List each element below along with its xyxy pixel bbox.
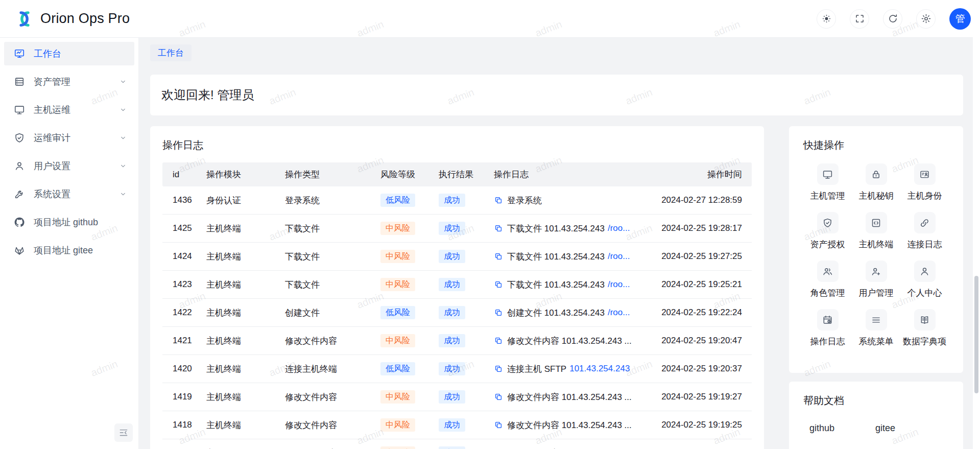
result-tag: 成功: [439, 194, 465, 207]
cell-type: 创建文件: [285, 307, 380, 319]
quick-action-label: 资产授权: [810, 239, 845, 250]
cell-id: 1425: [162, 223, 206, 233]
copy-icon[interactable]: [494, 196, 503, 205]
scrollbar-thumb[interactable]: [974, 276, 978, 393]
copy-icon[interactable]: [494, 252, 503, 261]
sidebar-item-label: 项目地址 gitee: [34, 244, 127, 256]
sidebar-collapse-button[interactable]: [114, 423, 133, 442]
fullscreen-icon: [854, 13, 865, 24]
sidebar-item-assets[interactable]: 资产管理: [4, 70, 134, 93]
quick-action-user-manage[interactable]: 用户管理: [859, 261, 894, 299]
log-link[interactable]: /roo...: [608, 251, 630, 262]
quick-actions-title: 快捷操作: [803, 138, 949, 152]
chevron-down-icon: [119, 190, 127, 198]
quick-action-host-terminal[interactable]: 主机终端: [859, 212, 894, 250]
cell-time: 2024-02-25 19:20:47: [660, 336, 752, 346]
cell-result: 成功: [439, 278, 494, 291]
cell-time: 2024-02-25 19:19:27: [660, 392, 752, 402]
operation-log-table: id操作模块操作类型风险等级执行结果操作日志操作时间 1436身份认证登录系统低…: [162, 162, 752, 449]
copy-icon[interactable]: [494, 224, 503, 233]
table-header-row: id操作模块操作类型风险等级执行结果操作日志操作时间: [162, 162, 752, 186]
cell-module: 主机终端: [206, 279, 285, 291]
workbench-icon: [14, 48, 25, 59]
log-link[interactable]: 101.43.254.243: [569, 364, 630, 374]
quick-actions-card: 快捷操作 主机管理主机秘钥主机身份资产授权主机终端连接日志角色管理用户管理个人中…: [789, 126, 963, 373]
risk-tag: 中风险: [380, 446, 415, 449]
sidebar-item-host-ops[interactable]: 主机运维: [4, 98, 134, 122]
quick-action-label: 主机终端: [859, 239, 894, 250]
risk-tag: 中风险: [380, 334, 415, 347]
refresh-button[interactable]: [883, 9, 902, 29]
cell-id: 1423: [162, 279, 206, 290]
log-text: 下载文件 101.43.254.243: [507, 223, 605, 234]
copy-icon[interactable]: [494, 280, 503, 289]
cell-type: 下载文件: [285, 251, 380, 263]
column-header: id: [162, 170, 206, 180]
quick-action-label: 主机身份: [907, 190, 942, 202]
log-link[interactable]: /roo...: [608, 223, 630, 233]
code-square-icon: [866, 212, 887, 233]
settings-button[interactable]: [916, 9, 936, 29]
cell-type: 连接主机终端: [285, 363, 380, 375]
fullscreen-button[interactable]: [850, 9, 869, 29]
header-actions: 管: [817, 8, 980, 30]
sidebar-item-ops-audit[interactable]: 运维审计: [4, 126, 134, 150]
log-text: 下载文件 101.43.254.243: [507, 279, 605, 291]
cell-risk: 中风险: [380, 250, 439, 263]
copy-icon[interactable]: [494, 364, 503, 373]
quick-action-label: 角色管理: [810, 287, 845, 299]
risk-tag: 中风险: [380, 250, 415, 263]
sidebar-item-gitee[interactable]: 项目地址 gitee: [4, 239, 134, 262]
sidebar-item-workbench[interactable]: 工作台: [4, 42, 134, 65]
chevron-down-icon: [119, 106, 127, 114]
log-link[interactable]: /roo...: [608, 279, 630, 290]
risk-tag: 中风险: [380, 222, 415, 235]
result-tag: 成功: [439, 306, 465, 319]
quick-action-host-key[interactable]: 主机秘钥: [859, 163, 894, 202]
quick-action-asset-auth[interactable]: 资产授权: [810, 212, 845, 250]
cell-module: 主机终端: [206, 363, 285, 375]
user-add-icon: [866, 261, 887, 282]
result-tag: 成功: [439, 250, 465, 263]
cell-log: 下载文件 101.43.254.243/roo...: [494, 279, 660, 291]
copy-icon[interactable]: [494, 336, 503, 345]
cell-log: 修改文件内容 101.43.254.243 ...: [494, 419, 660, 431]
user-group-icon: [817, 261, 839, 282]
quick-action-personal-center[interactable]: 个人中心: [907, 261, 942, 299]
sidebar-item-system-settings[interactable]: 系统设置: [4, 182, 134, 206]
cell-risk: 低风险: [380, 306, 439, 319]
cell-log: 修改文件内容 101.43.254.243 ...: [494, 335, 660, 347]
quick-action-data-dict[interactable]: 数据字典项: [903, 309, 946, 347]
theme-toggle-button[interactable]: [817, 9, 836, 29]
quick-action-system-menu[interactable]: 系统菜单: [859, 309, 894, 347]
copy-icon[interactable]: [494, 420, 503, 430]
quick-action-connect-log[interactable]: 连接日志: [907, 212, 942, 250]
shield-check-icon: [14, 132, 25, 144]
sidebar-item-user-settings[interactable]: 用户设置: [4, 154, 134, 178]
help-link-github[interactable]: github: [809, 423, 834, 434]
quick-action-host-manage[interactable]: 主机管理: [810, 163, 845, 202]
sidebar-item-label: 用户设置: [34, 160, 119, 172]
quick-action-op-log[interactable]: 操作日志: [810, 309, 845, 347]
cell-type: 修改文件内容: [285, 419, 380, 431]
cell-id: 1421: [162, 336, 206, 346]
help-link-gitee[interactable]: gitee: [875, 423, 895, 434]
sidebar-item-github[interactable]: 项目地址 github: [4, 210, 134, 234]
quick-action-label: 个人中心: [907, 287, 942, 299]
log-text: 修改文件内容 101.43.254.243 ...: [507, 335, 632, 347]
quick-action-role-manage[interactable]: 角色管理: [810, 261, 845, 299]
copy-icon[interactable]: [494, 392, 503, 401]
cell-id: 1419: [162, 392, 206, 402]
column-header: 执行结果: [439, 169, 494, 180]
quick-action-label: 系统菜单: [859, 336, 894, 347]
sidebar: 工作台资产管理主机运维运维审计用户设置系统设置项目地址 github项目地址 g…: [0, 38, 139, 449]
copy-icon[interactable]: [494, 308, 503, 317]
breadcrumb[interactable]: 工作台: [150, 44, 192, 61]
risk-tag: 低风险: [380, 194, 415, 207]
log-link[interactable]: /roo...: [608, 308, 630, 318]
quick-action-label: 用户管理: [859, 287, 894, 299]
cell-log: 修改文件内容 101.43.254.243 ...: [494, 391, 660, 403]
cell-id: 1418: [162, 420, 206, 430]
user-avatar[interactable]: 管: [949, 8, 971, 30]
quick-action-host-identity[interactable]: 主机身份: [907, 163, 942, 202]
